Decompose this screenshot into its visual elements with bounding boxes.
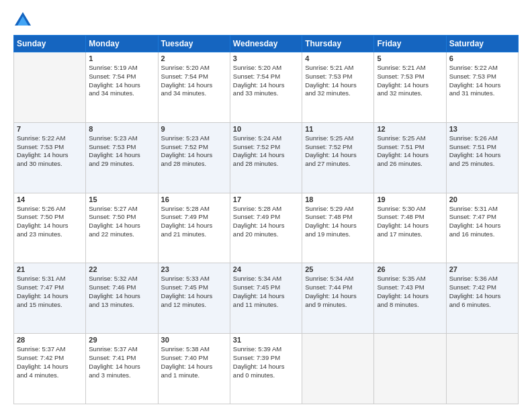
calendar-week-3: 14Sunrise: 5:26 AMSunset: 7:50 PMDayligh… xyxy=(14,193,519,263)
cell-info-line: Daylight: 14 hours xyxy=(233,222,299,230)
cell-info-line: and 34 minutes. xyxy=(161,89,227,98)
calendar-cell: 11Sunrise: 5:25 AMSunset: 7:52 PMDayligh… xyxy=(302,122,374,193)
cell-info-line: Sunrise: 5:26 AM xyxy=(449,134,515,143)
cell-info-line: Sunrise: 5:36 AM xyxy=(449,275,515,283)
cell-info-line: Daylight: 14 hours xyxy=(377,292,443,301)
cell-info-line: Sunrise: 5:21 AM xyxy=(377,64,443,73)
day-number: 16 xyxy=(161,195,227,203)
cell-info-line: and 0 minutes. xyxy=(233,371,299,380)
day-number: 26 xyxy=(377,265,443,273)
calendar-cell: 3Sunrise: 5:20 AMSunset: 7:54 PMDaylight… xyxy=(230,52,302,123)
calendar-cell xyxy=(374,334,446,404)
cell-info-line: Sunset: 7:50 PM xyxy=(89,213,154,222)
calendar-cell: 30Sunrise: 5:38 AMSunset: 7:40 PMDayligh… xyxy=(158,334,230,404)
cell-info-line: Daylight: 14 hours xyxy=(377,222,443,230)
calendar-week-2: 7Sunrise: 5:22 AMSunset: 7:53 PMDaylight… xyxy=(14,122,519,193)
cell-info-line: Sunrise: 5:27 AM xyxy=(89,205,154,214)
cell-info-line: Sunset: 7:42 PM xyxy=(17,354,83,363)
calendar-cell: 21Sunrise: 5:31 AMSunset: 7:47 PMDayligh… xyxy=(14,263,86,334)
cell-info-line: Sunset: 7:51 PM xyxy=(449,143,515,152)
cell-info-line: Daylight: 14 hours xyxy=(161,81,227,90)
cell-info-line: Daylight: 14 hours xyxy=(17,363,83,371)
cell-info-line: and 15 minutes. xyxy=(17,301,83,310)
cell-info-line: Daylight: 14 hours xyxy=(89,151,154,160)
cell-info-line: Sunset: 7:54 PM xyxy=(233,73,299,81)
calendar-cell: 8Sunrise: 5:23 AMSunset: 7:53 PMDaylight… xyxy=(86,122,158,193)
cell-info-line: and 17 minutes. xyxy=(377,230,443,239)
calendar-cell: 14Sunrise: 5:26 AMSunset: 7:50 PMDayligh… xyxy=(14,193,86,263)
cell-info-line: Daylight: 14 hours xyxy=(305,222,371,230)
calendar-header-row: SundayMondayTuesdayWednesdayThursdayFrid… xyxy=(14,36,519,52)
cell-info-line: and 34 minutes. xyxy=(89,89,154,98)
day-number: 15 xyxy=(89,195,154,203)
calendar-cell: 10Sunrise: 5:24 AMSunset: 7:52 PMDayligh… xyxy=(230,122,302,193)
cell-info-line: Sunrise: 5:39 AM xyxy=(233,345,299,354)
cell-info-line: Daylight: 14 hours xyxy=(449,222,515,230)
calendar-cell: 2Sunrise: 5:20 AMSunset: 7:54 PMDaylight… xyxy=(158,52,230,123)
col-header-wednesday: Wednesday xyxy=(230,36,302,52)
calendar-week-5: 28Sunrise: 5:37 AMSunset: 7:42 PMDayligh… xyxy=(14,334,519,404)
logo-icon xyxy=(13,11,32,30)
cell-info-line: Sunset: 7:45 PM xyxy=(161,283,227,292)
day-number: 3 xyxy=(233,54,299,62)
day-number: 24 xyxy=(233,265,299,273)
day-number: 9 xyxy=(161,125,227,133)
cell-info-line: Sunrise: 5:32 AM xyxy=(89,275,154,283)
day-number: 21 xyxy=(17,265,83,273)
col-header-tuesday: Tuesday xyxy=(158,36,230,52)
cell-info-line: Sunset: 7:48 PM xyxy=(377,213,443,222)
cell-info-line: Sunrise: 5:20 AM xyxy=(233,64,299,73)
cell-info-line: Sunrise: 5:22 AM xyxy=(17,134,83,143)
cell-info-line: and 1 minute. xyxy=(161,371,227,380)
day-number: 20 xyxy=(449,195,515,203)
cell-info-line: Sunset: 7:49 PM xyxy=(233,213,299,222)
cell-info-line: Sunset: 7:39 PM xyxy=(233,354,299,363)
calendar-cell: 18Sunrise: 5:29 AMSunset: 7:48 PMDayligh… xyxy=(302,193,374,263)
cell-info-line: Sunrise: 5:33 AM xyxy=(161,275,227,283)
day-number: 23 xyxy=(161,265,227,273)
cell-info-line: Daylight: 14 hours xyxy=(305,151,371,160)
cell-info-line: Sunset: 7:49 PM xyxy=(161,213,227,222)
day-number: 7 xyxy=(17,125,83,133)
cell-info-line: Sunrise: 5:19 AM xyxy=(89,64,154,73)
calendar-cell: 23Sunrise: 5:33 AMSunset: 7:45 PMDayligh… xyxy=(158,263,230,334)
cell-info-line: Daylight: 14 hours xyxy=(161,151,227,160)
cell-info-line: Sunrise: 5:23 AM xyxy=(89,134,154,143)
calendar-cell: 20Sunrise: 5:31 AMSunset: 7:47 PMDayligh… xyxy=(446,193,518,263)
day-number: 18 xyxy=(305,195,371,203)
cell-info-line: Sunset: 7:47 PM xyxy=(17,283,83,292)
cell-info-line: Daylight: 14 hours xyxy=(233,81,299,90)
cell-info-line: Sunrise: 5:34 AM xyxy=(233,275,299,283)
cell-info-line: Daylight: 14 hours xyxy=(377,81,443,90)
cell-info-line: Sunrise: 5:28 AM xyxy=(233,205,299,214)
day-number: 1 xyxy=(89,54,154,62)
cell-info-line: and 22 minutes. xyxy=(89,230,154,239)
cell-info-line: Sunrise: 5:30 AM xyxy=(377,205,443,214)
day-number: 4 xyxy=(305,54,371,62)
calendar-cell: 24Sunrise: 5:34 AMSunset: 7:45 PMDayligh… xyxy=(230,263,302,334)
cell-info-line: and 27 minutes. xyxy=(305,160,371,169)
cell-info-line: and 29 minutes. xyxy=(89,160,154,169)
cell-info-line: Daylight: 14 hours xyxy=(449,81,515,90)
calendar-cell: 25Sunrise: 5:34 AMSunset: 7:44 PMDayligh… xyxy=(302,263,374,334)
cell-info-line: Sunset: 7:54 PM xyxy=(161,73,227,81)
calendar-cell: 9Sunrise: 5:23 AMSunset: 7:52 PMDaylight… xyxy=(158,122,230,193)
calendar-cell: 1Sunrise: 5:19 AMSunset: 7:54 PMDaylight… xyxy=(86,52,158,123)
cell-info-line: Sunrise: 5:31 AM xyxy=(449,205,515,214)
calendar-cell: 31Sunrise: 5:39 AMSunset: 7:39 PMDayligh… xyxy=(230,334,302,404)
cell-info-line: Sunset: 7:53 PM xyxy=(449,73,515,81)
day-number: 2 xyxy=(161,54,227,62)
cell-info-line: and 21 minutes. xyxy=(161,230,227,239)
day-number: 8 xyxy=(89,125,154,133)
cell-info-line: Daylight: 14 hours xyxy=(305,81,371,90)
day-number: 10 xyxy=(233,125,299,133)
calendar-week-4: 21Sunrise: 5:31 AMSunset: 7:47 PMDayligh… xyxy=(14,263,519,334)
calendar-cell: 27Sunrise: 5:36 AMSunset: 7:42 PMDayligh… xyxy=(446,263,518,334)
cell-info-line: and 26 minutes. xyxy=(377,160,443,169)
cell-info-line: Daylight: 14 hours xyxy=(449,292,515,301)
cell-info-line: and 20 minutes. xyxy=(233,230,299,239)
cell-info-line: Daylight: 14 hours xyxy=(233,363,299,371)
calendar-cell: 5Sunrise: 5:21 AMSunset: 7:53 PMDaylight… xyxy=(374,52,446,123)
cell-info-line: Sunset: 7:54 PM xyxy=(89,73,154,81)
cell-info-line: Sunset: 7:45 PM xyxy=(233,283,299,292)
